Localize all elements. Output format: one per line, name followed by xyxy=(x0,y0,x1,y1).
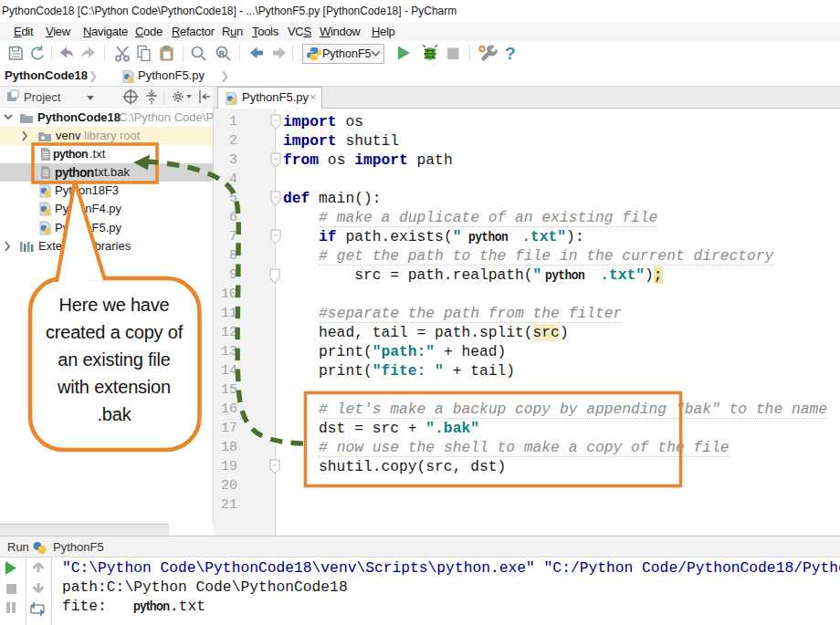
svg-text:?: ? xyxy=(505,44,516,63)
svg-text:R: R xyxy=(219,49,225,57)
